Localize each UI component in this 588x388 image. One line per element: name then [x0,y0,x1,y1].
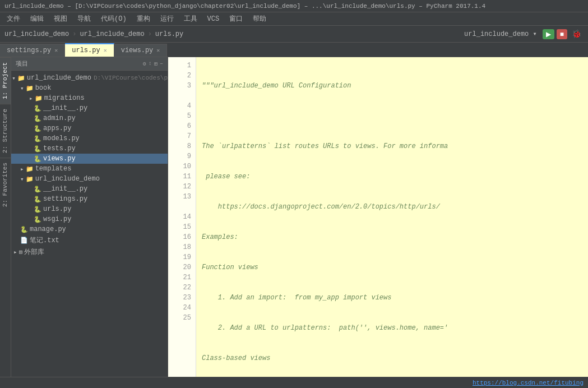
tree-node-admin[interactable]: 🐍 admin.py [11,113,168,123]
tree-label-extlibs: 外部库 [24,247,44,257]
tree-label-views: views.py [43,155,76,163]
menu-vcs[interactable]: VCS [203,14,224,24]
tree-label-admin: admin.py [43,114,76,122]
ln-24: 24 [168,303,196,313]
folder-migrations-icon: 📁 [35,95,43,102]
ln-22: 22 [168,283,196,293]
tree-node-init1[interactable]: 🐍 __init__.py [11,103,168,113]
file-wsgi-icon: 🐍 [34,216,41,223]
ln-1: 1 [168,61,196,71]
tree-node-wsgi[interactable]: 🐍 wsgi.py [11,214,168,224]
tab-settings[interactable]: settings.py ✕ [0,44,65,57]
code-line-9: Class-based views [202,353,588,363]
folder-book-icon: 📁 [26,85,34,92]
tree-ctrl-1[interactable]: ⚙ [143,61,146,67]
side-tab-structure[interactable]: 2: Structure [0,104,11,158]
tree-node-templates[interactable]: ▸ 📁 templates [11,164,168,174]
code-editor[interactable]: 1 2 3 4 5 6 7 8 9 10 11 12 13 14 15 16 1… [168,57,588,377]
breadcrumb-app[interactable]: url_include_demo [80,30,144,38]
tab-urls-close[interactable]: ✕ [104,47,107,54]
menu-run[interactable]: 运行 [156,13,178,25]
tree-ctrl-4[interactable]: – [160,61,163,67]
tree-label-urls: urls.py [43,205,71,213]
menu-edit[interactable]: 编辑 [26,13,48,25]
tree-content: ▾ 📁 url_include_demo D:\VIPCourse\codes\… [11,71,168,260]
menu-window[interactable]: 窗口 [225,13,247,25]
code-line-6: Function views [202,262,588,272]
code-line-4: https://docs.djangoproject.com/en/2.0/to… [202,202,588,212]
ln-14: 14 [168,212,196,222]
stop-button[interactable]: ■ [557,29,567,39]
tab-views-close[interactable]: ✕ [156,47,160,54]
tree-label-manage: manage.py [30,225,66,233]
tree-node-root[interactable]: ▾ 📁 url_include_demo D:\VIPCourse\codes\… [11,73,168,83]
tab-urls[interactable]: urls.py ✕ [65,43,114,57]
file-admin-icon: 🐍 [34,115,41,122]
tab-settings-close[interactable]: ✕ [54,47,58,54]
status-url[interactable]: https://blog.csdn.net/fitubing [473,380,584,386]
menu-bar: 文件 编辑 视图 导航 代码(O) 重构 运行 工具 VCS 窗口 帮助 [0,12,588,26]
tree-node-init2[interactable]: 🐍 __init__.py [11,184,168,194]
tab-views[interactable]: views.py ✕ [114,44,168,57]
expand-icon-templates: ▸ [20,165,24,173]
toolbar-left: url_include_demo › url_include_demo › ur… [4,30,183,38]
ln-2: 2 [168,71,196,81]
code-line-7: 1. Add an import: from my_app import vie… [202,293,588,303]
tree-node-migrations[interactable]: ▸ 📁 migrations [11,93,168,103]
ln-13: 13 [168,192,196,202]
ln-25: 25 [168,313,196,323]
ln-15: 15 [168,222,196,232]
ln-5: 5 [168,111,196,121]
menu-help[interactable]: 帮助 [248,13,271,25]
tree-node-tests[interactable]: 🐍 tests.py [11,144,168,154]
tree-node-urlinclude[interactable]: ▾ 📁 url_include_demo [11,174,168,184]
tree-node-manage[interactable]: 🐍 manage.py [11,224,168,234]
tree-label-urlinclude: url_include_demo [35,175,100,183]
tree-label-settings: settings.py [43,195,87,203]
code-content[interactable]: """url_include_demo URL Configuration Th… [196,57,588,377]
tree-node-urls[interactable]: 🐍 urls.py [11,204,168,214]
tab-views-label: views.py [121,47,154,54]
file-notes-icon: 📄 [20,237,28,244]
filetree-title: 项目 [16,59,28,68]
folder-root-icon: 📁 [17,75,25,82]
tree-node-models[interactable]: 🐍 models.py [11,133,168,144]
menu-navigate[interactable]: 导航 [73,13,95,25]
tree-ctrl-3[interactable]: ⊞ [154,61,158,67]
tab-settings-label: settings.py [7,47,51,54]
tree-label-migrations: migrations [44,94,85,102]
file-manage-icon: 🐍 [20,226,28,233]
ln-11: 11 [168,172,196,182]
tree-node-apps[interactable]: 🐍 apps.py [11,123,168,133]
tree-node-extlibs[interactable]: ▸ ⊞ 外部库 [11,246,168,258]
side-tab-project[interactable]: 1: Project [0,57,11,104]
run-button[interactable]: ▶ [543,29,554,39]
tree-node-settings[interactable]: 🐍 settings.py [11,194,168,204]
side-tab-favorites[interactable]: 2: Favorites [0,158,11,211]
editor-tabs-bar: settings.py ✕ urls.py ✕ views.py ✕ [0,43,588,57]
code-line-3b: please see: [202,172,588,182]
tree-node-book[interactable]: ▾ 📁 book [11,83,168,93]
menu-tools[interactable]: 工具 [179,13,202,25]
tree-node-views[interactable]: 🐍 views.py [11,154,168,164]
ln-8: 8 [168,141,196,151]
menu-file[interactable]: 文件 [2,13,25,25]
menu-refactor[interactable]: 重构 [132,13,155,25]
ln-23: 23 [168,293,196,303]
debug-button[interactable]: 🐞 [570,28,584,40]
file-models-icon: 🐍 [34,135,41,142]
tree-ctrl-2[interactable]: ↕ [149,61,152,67]
ln-12: 12 [168,182,196,192]
ln-3b [168,91,196,101]
breadcrumb-project[interactable]: url_include_demo [4,30,69,38]
tree-node-notes[interactable]: 📄 笔记.txt [11,234,168,246]
menu-code[interactable]: 代码(O) [96,13,131,25]
tree-label-templates: templates [35,165,72,173]
menu-view[interactable]: 视图 [49,13,72,25]
ln-19: 19 [168,252,196,262]
file-settings-icon: 🐍 [34,196,41,203]
ln-6: 6 [168,121,196,131]
breadcrumb-file[interactable]: urls.py [155,30,183,38]
run-config-label[interactable]: url_include_demo ▾ [461,29,540,39]
code-line-8: 2. Add a URL to urlpatterns: path('', vi… [202,323,588,333]
